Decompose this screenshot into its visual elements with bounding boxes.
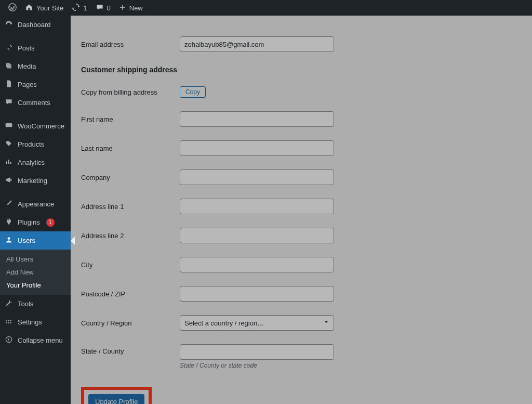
menu-label: Marketing <box>18 177 47 185</box>
menu-label: Collapse menu <box>18 336 63 344</box>
wrench-icon <box>4 299 14 309</box>
menu-label: Comments <box>18 99 50 107</box>
plugins-badge: 1 <box>46 218 55 227</box>
postcode-input[interactable] <box>180 286 334 302</box>
menu-label: Media <box>18 62 36 70</box>
plus-icon <box>119 4 126 12</box>
pin-icon <box>4 43 14 53</box>
analytics-icon <box>4 158 14 167</box>
menu-label: Appearance <box>18 200 54 208</box>
menu-label: Dashboard <box>18 21 51 29</box>
state-description: State / County or state code <box>180 362 334 369</box>
products-icon <box>4 139 14 149</box>
menu-collapse[interactable]: Collapse menu <box>0 331 71 349</box>
woo-icon <box>4 121 14 131</box>
svg-point-3 <box>6 336 11 342</box>
city-label: City <box>81 261 180 269</box>
submenu-your-profile[interactable]: Your Profile <box>0 279 71 292</box>
menu-woocommerce[interactable]: WooCommerce <box>0 117 71 135</box>
menu-products[interactable]: Products <box>0 135 71 153</box>
menu-label: Posts <box>18 44 35 52</box>
address1-input[interactable] <box>180 199 334 214</box>
site-name: Your Site <box>36 4 63 12</box>
copy-button[interactable]: Copy <box>180 86 206 98</box>
comment-icon <box>4 98 14 108</box>
comments-count: 0 <box>107 4 111 12</box>
submenu-all-users[interactable]: All Users <box>0 253 71 266</box>
settings-icon <box>4 317 14 327</box>
menu-label: Products <box>18 140 44 148</box>
admin-bar: Your Site 1 0 New <box>0 0 532 16</box>
menu-label: WooCommerce <box>18 122 64 130</box>
company-label: Company <box>81 174 180 181</box>
country-select-placeholder: Select a country / region… <box>184 319 264 327</box>
svg-point-2 <box>8 237 10 240</box>
page-icon <box>4 80 14 89</box>
shipping-heading: Customer shipping address <box>81 66 522 74</box>
address2-input[interactable] <box>180 228 334 243</box>
email-label: Email address <box>81 41 180 48</box>
profile-form: Email address Customer shipping address … <box>71 16 532 404</box>
menu-label: Analytics <box>18 159 45 166</box>
users-submenu: All Users Add New Your Profile <box>0 250 71 295</box>
menu-users[interactable]: Users <box>0 231 71 250</box>
menu-marketing[interactable]: Marketing <box>0 172 71 190</box>
address1-label: Address line 1 <box>81 203 180 211</box>
megaphone-icon <box>4 176 14 186</box>
menu-settings[interactable]: Settings <box>0 313 71 331</box>
svg-rect-1 <box>6 123 12 127</box>
comments-bubble[interactable]: 0 <box>91 0 115 16</box>
site-home[interactable]: Your Site <box>21 0 68 16</box>
menu-label: Settings <box>18 318 42 326</box>
submit-highlight: Update Profile <box>81 387 152 404</box>
update-profile-button[interactable]: Update Profile <box>88 394 144 404</box>
new-content[interactable]: New <box>115 0 147 16</box>
menu-media[interactable]: Media <box>0 57 71 75</box>
address2-label: Address line 2 <box>81 232 180 240</box>
country-select[interactable]: Select a country / region… <box>180 315 334 331</box>
brush-icon <box>4 199 14 209</box>
home-icon <box>25 3 33 13</box>
first-name-input[interactable] <box>180 111 334 127</box>
state-input[interactable] <box>180 344 334 360</box>
comment-icon <box>96 3 104 13</box>
menu-analytics[interactable]: Analytics <box>0 153 71 172</box>
updates-count: 1 <box>83 4 87 12</box>
menu-tools[interactable]: Tools <box>0 295 71 313</box>
chevron-down-icon <box>323 319 329 327</box>
city-input[interactable] <box>180 257 334 272</box>
copy-from-billing-label: Copy from billing address <box>81 88 180 96</box>
company-input[interactable] <box>180 170 334 185</box>
menu-comments[interactable]: Comments <box>0 94 71 112</box>
last-name-label: Last name <box>81 145 180 152</box>
plugin-icon <box>4 217 14 227</box>
collapse-icon <box>4 335 14 345</box>
menu-label: Plugins <box>18 218 40 226</box>
update-icon <box>72 3 80 13</box>
menu-label: Users <box>18 237 35 244</box>
dashboard-icon <box>4 20 14 30</box>
admin-sidebar: Dashboard Posts Media Pages Comments Woo… <box>0 16 71 404</box>
wp-logo[interactable] <box>4 0 21 16</box>
first-name-label: First name <box>81 115 180 123</box>
wordpress-icon <box>8 3 17 13</box>
menu-appearance[interactable]: Appearance <box>0 195 71 213</box>
postcode-label: Postcode / ZIP <box>81 290 180 298</box>
state-label: State / County <box>81 344 180 355</box>
menu-pages[interactable]: Pages <box>0 75 71 94</box>
email-input[interactable] <box>180 36 334 52</box>
media-icon <box>4 61 14 71</box>
country-label: Country / Region <box>81 319 180 327</box>
menu-posts[interactable]: Posts <box>0 39 71 57</box>
menu-label: Pages <box>18 81 37 88</box>
last-name-input[interactable] <box>180 140 334 156</box>
submenu-add-new[interactable]: Add New <box>0 266 71 279</box>
menu-dashboard[interactable]: Dashboard <box>0 16 71 34</box>
updates[interactable]: 1 <box>68 0 91 16</box>
menu-plugins[interactable]: Plugins 1 <box>0 213 71 231</box>
menu-label: Tools <box>18 300 33 308</box>
user-icon <box>4 236 14 245</box>
new-label: New <box>129 4 143 12</box>
